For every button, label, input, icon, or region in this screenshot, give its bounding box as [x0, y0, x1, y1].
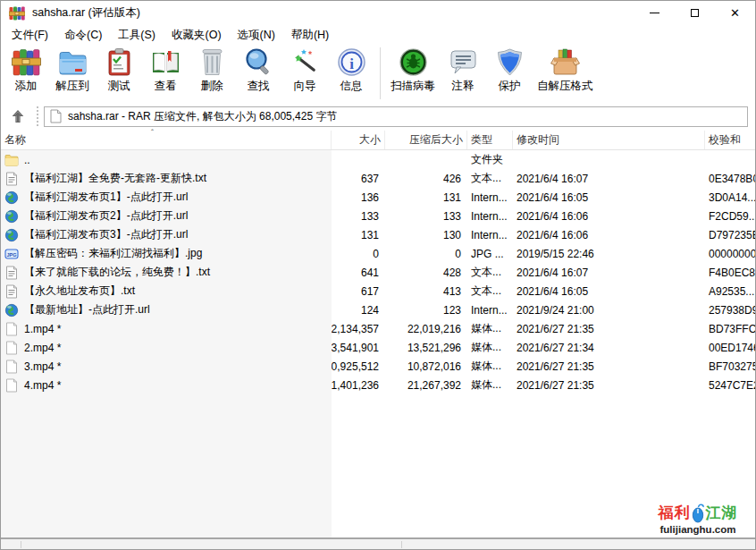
- folder-file-icon: [4, 153, 19, 167]
- table-row[interactable]: ..文件夹: [1, 150, 755, 169]
- window-title: sahsha.rar (评估版本): [32, 5, 140, 21]
- comment-button[interactable]: 注释: [440, 47, 486, 95]
- view-button[interactable]: 查看: [142, 47, 189, 95]
- file-name-text: 【解压密码：来福利江湖找福利】.jpg: [24, 246, 202, 261]
- archive-path-combobox[interactable]: sahsha.rar - RAR 压缩文件, 解包大小为 68,005,425 …: [44, 106, 748, 127]
- file-size-cell: 131: [332, 225, 385, 244]
- extract-to-button[interactable]: 解压到: [49, 47, 96, 95]
- file-checksum-cell: D797235B: [705, 225, 756, 244]
- table-row[interactable]: 3.mp4 *10,925,51210,872,016媒体...2021/6/2…: [1, 357, 755, 376]
- menu-commands[interactable]: 命令(C): [56, 26, 110, 45]
- info-icon: i: [337, 47, 366, 77]
- wizard-button[interactable]: 向导: [281, 47, 328, 95]
- menu-tools[interactable]: 工具(S): [110, 26, 164, 45]
- file-packed-size-cell: [385, 150, 467, 169]
- file-size-cell: 637: [332, 169, 385, 188]
- menu-file[interactable]: 文件(F): [4, 26, 56, 45]
- table-row[interactable]: 2.mp4 *13,541,90113,521,296媒体...2021/6/2…: [1, 338, 755, 357]
- table-row[interactable]: 1.mp4 *22,134,35722,019,216媒体...2021/6/2…: [1, 319, 755, 338]
- file-modified-cell: 2021/6/4 16:06: [513, 225, 705, 244]
- toolbar-drag-handle[interactable]: [37, 106, 38, 126]
- url-file-icon: [4, 228, 19, 242]
- view-file-icon: [151, 47, 181, 77]
- file-name-text: 【福利江湖】全免费-无套路-更新快.txt: [24, 171, 206, 186]
- winrar-app-icon: [9, 6, 25, 21]
- close-icon: ✕: [730, 7, 740, 19]
- menu-favorites[interactable]: 收藏夹(O): [164, 26, 230, 45]
- protect-button[interactable]: 保护: [486, 47, 533, 95]
- find-button[interactable]: 查找: [235, 47, 281, 95]
- file-name-cell[interactable]: 3.mp4 *: [1, 357, 332, 376]
- delete-button[interactable]: 删除: [189, 47, 235, 95]
- file-packed-size-cell: 10,872,016: [385, 357, 467, 376]
- file-checksum-cell: BF703275: [705, 357, 756, 376]
- column-header-name[interactable]: 名称 ˆ: [1, 131, 332, 149]
- virus-scan-button[interactable]: 扫描病毒: [386, 47, 440, 95]
- toolbar-separator: [380, 47, 381, 99]
- file-name-cell[interactable]: 【来了就能下载的论坛，纯免费！】.txt: [1, 263, 332, 282]
- table-row[interactable]: 【最新地址】-点此打开.url124123Intern...2021/9/24 …: [1, 300, 755, 319]
- title-bar: sahsha.rar (评估版本) ✕: [1, 1, 755, 25]
- file-size-cell: 0: [332, 244, 385, 263]
- file-name-text: 【最新地址】-点此打开.url: [24, 302, 150, 317]
- column-header-checksum[interactable]: 校验和: [705, 131, 756, 149]
- file-modified-cell: 2019/5/15 22:46: [513, 244, 705, 263]
- file-checksum-cell: F4B0EC84: [705, 263, 756, 282]
- file-modified-cell: 2021/6/4 16:05: [513, 282, 705, 300]
- add-button[interactable]: 添加: [3, 47, 49, 95]
- file-name-cell[interactable]: 【最新地址】-点此打开.url: [1, 300, 332, 319]
- menu-help[interactable]: 帮助(H): [283, 26, 337, 45]
- minimize-button[interactable]: [634, 1, 675, 25]
- add-archive-icon: [12, 47, 41, 77]
- file-name-cell[interactable]: 2.mp4 *: [1, 338, 332, 357]
- close-button[interactable]: ✕: [715, 1, 755, 25]
- file-modified-cell: 2021/6/27 21:34: [513, 338, 705, 357]
- file-checksum-cell: 3D0A14...: [705, 188, 756, 207]
- table-row[interactable]: 4.mp4 *21,401,23621,267,392媒体...2021/6/2…: [1, 376, 755, 394]
- table-row[interactable]: 【来了就能下载的论坛，纯免费！】.txt641428文本...2021/6/4 …: [1, 263, 755, 282]
- file-type-cell: 文本...: [467, 282, 513, 300]
- column-header-modified[interactable]: 修改时间: [513, 131, 705, 149]
- column-header-packed[interactable]: 压缩后大小: [385, 131, 467, 149]
- test-button[interactable]: 测试: [96, 47, 142, 95]
- file-type-cell: JPG ...: [467, 244, 513, 263]
- table-row[interactable]: 【福利江湖发布页2】-点此打开.url133133Intern...2021/6…: [1, 207, 755, 225]
- list-header: 名称 ˆ 大小 压缩后大小 类型 修改时间 校验和: [1, 131, 755, 150]
- file-name-cell[interactable]: JPG【解压密码：来福利江湖找福利】.jpg: [1, 244, 332, 263]
- file-size-cell: 136: [332, 188, 385, 207]
- file-name-cell[interactable]: 【福利江湖发布页1】-点此打开.url: [1, 188, 332, 207]
- maximize-icon: [691, 9, 699, 17]
- file-name-cell[interactable]: 【福利江湖发布页3】-点此打开.url: [1, 225, 332, 244]
- jpg-file-icon: JPG: [4, 247, 19, 261]
- table-row[interactable]: 【福利江湖发布页3】-点此打开.url131130Intern...2021/6…: [1, 225, 755, 244]
- file-name-cell[interactable]: 4.mp4 *: [1, 376, 332, 394]
- table-row[interactable]: 【永久地址发布页】.txt617413文本...2021/6/4 16:05A9…: [1, 282, 755, 300]
- file-packed-size-cell: 21,267,392: [385, 376, 467, 394]
- logo-domain-text: fulijianghu.com: [645, 525, 751, 536]
- sfx-button[interactable]: 自解压格式: [533, 47, 598, 95]
- column-header-size[interactable]: 大小: [332, 131, 385, 149]
- file-name-cell[interactable]: 1.mp4 *: [1, 319, 332, 338]
- file-size-cell: 124: [332, 300, 385, 319]
- up-directory-button[interactable]: [4, 106, 31, 127]
- tool-label-find: 查找: [248, 79, 270, 94]
- table-row[interactable]: JPG【解压密码：来福利江湖找福利】.jpg00JPG ...2019/5/15…: [1, 244, 755, 263]
- file-type-cell: Intern...: [467, 188, 513, 207]
- maximize-button[interactable]: [675, 1, 715, 25]
- menu-options[interactable]: 选项(N): [230, 26, 283, 45]
- status-bar-separator: [21, 541, 21, 548]
- column-header-packed-label: 压缩后大小: [409, 132, 463, 148]
- file-checksum-cell: 5247C7E2: [705, 376, 756, 394]
- table-row[interactable]: 【福利江湖】全免费-无套路-更新快.txt637426文本...2021/6/4…: [1, 169, 755, 188]
- mp4-file-icon: [4, 360, 19, 374]
- info-button[interactable]: i 信息: [328, 47, 374, 95]
- file-packed-size-cell: 426: [385, 169, 467, 188]
- file-modified-cell: 2021/6/4 16:07: [513, 263, 705, 282]
- file-name-cell[interactable]: 【福利江湖】全免费-无套路-更新快.txt: [1, 169, 332, 188]
- file-size-cell: 21,401,236: [332, 376, 385, 394]
- file-name-cell[interactable]: 【永久地址发布页】.txt: [1, 282, 332, 300]
- column-header-type[interactable]: 类型: [467, 131, 513, 149]
- table-row[interactable]: 【福利江湖发布页1】-点此打开.url136131Intern...2021/6…: [1, 188, 755, 207]
- file-name-cell[interactable]: 【福利江湖发布页2】-点此打开.url: [1, 207, 332, 225]
- file-name-cell[interactable]: ..: [1, 150, 332, 169]
